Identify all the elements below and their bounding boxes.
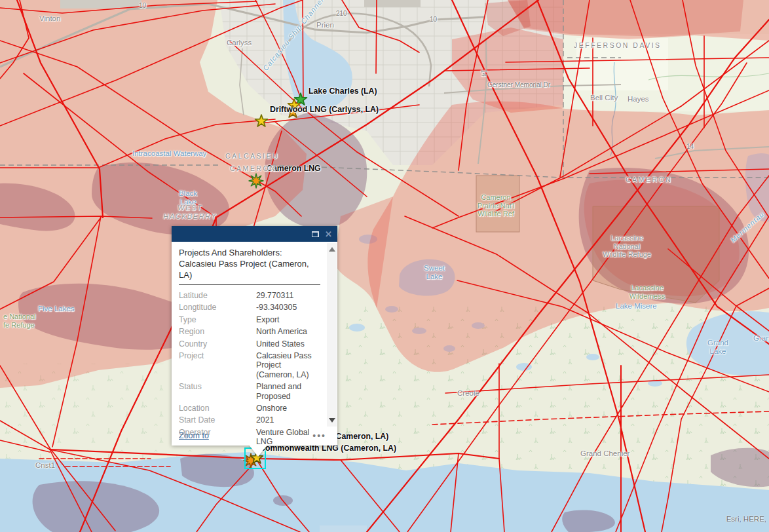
scroll-down-icon[interactable] [329,418,335,423]
popup-field-label: Region [179,327,256,336]
popup-field-row: Start Date2021 [179,415,320,425]
popup-field-value: Onshore [256,404,320,413]
popup-field-row: ProjectCalcasieu Pass Project (Cameron, … [179,351,320,379]
popup-field-value: 2021 [256,415,320,425]
land-patch [576,38,668,90]
map-application-window: Lake Charles (LA)Driftwood LNG (Carlyss,… [0,0,769,532]
map-canvas[interactable] [0,0,769,532]
popup-field-label: Country [179,339,256,349]
popup-field-label: Type [179,315,256,324]
zoom-to-link[interactable]: Zoom to [179,431,209,440]
popup-field-label: Latitude [179,291,256,300]
popup-field-row: RegionNorth America [179,327,320,336]
popup-fields: Latitude29.770311Longtitude-93.340305Typ… [179,291,320,446]
scroll-up-icon[interactable] [329,247,335,252]
popup-field-label: Location [179,404,256,413]
popup-header: ✕ [172,226,337,242]
popup-field-label: Status [179,382,256,401]
maximize-icon[interactable] [312,231,319,237]
popup-title: Projects And Shareholders: Calcasieu Pas… [179,247,320,280]
cameron-lng-marker-burst-icon[interactable] [249,174,263,188]
popup-field-value: Export [256,315,320,324]
popup-body: Projects And Shareholders: Calcasieu Pas… [172,242,337,446]
popup-divider [179,284,320,285]
popup-field-value: United States [256,339,320,349]
popup-field-label: Start Date [179,415,256,425]
popup-field-row: CountryUnited States [179,339,320,349]
popup-field-row: TypeExport [179,315,320,324]
popup-field-label: Project [179,351,256,379]
popup-field-value: -93.340305 [256,303,320,312]
feature-popup: ✕ Projects And Shareholders: Calcasieu P… [172,226,337,446]
popup-field-value: North America [256,327,320,336]
close-icon[interactable]: ✕ [325,230,332,238]
popup-field-row: Longtitude-93.340305 [179,303,320,312]
popup-field-row: StatusPlanned and Proposed [179,382,320,401]
popup-field-label: Longtitude [179,303,256,312]
popup-scrollbar[interactable] [327,243,337,427]
popup-field-value: 29.770311 [256,291,320,300]
popup-field-row: LocationOnshore [179,404,320,413]
popup-pointer [249,445,267,457]
popup-footer: Zoom to ••• [172,429,337,442]
map-attribution: Esri, HERE, [726,515,766,523]
popup-field-row: Latitude29.770311 [179,291,320,300]
popup-field-value: Calcasieu Pass Project (Cameron, LA) [256,351,320,379]
popup-field-value: Planned and Proposed [256,382,320,401]
more-options-icon[interactable]: ••• [312,433,326,438]
